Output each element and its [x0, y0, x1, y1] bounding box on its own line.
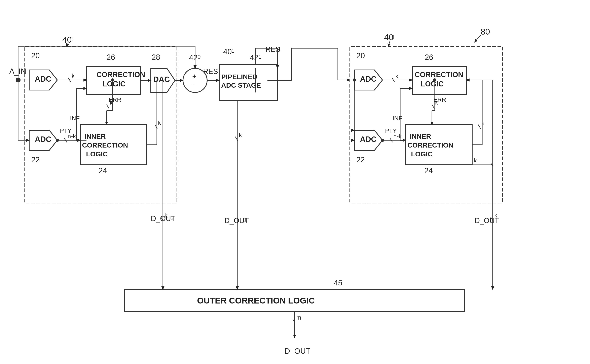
label-40-0-sub: 0 — [70, 36, 74, 43]
diagram-svg: 40 0 ADC 20 ADC 22 CORRECTION LOGIC 26 I… — [0, 0, 590, 364]
label-28: 28 — [152, 53, 160, 61]
svg-text:+: + — [192, 72, 197, 80]
label-k-right-top: k — [395, 72, 399, 79]
inner-correction-left-line2: CORRECTION — [82, 141, 128, 149]
correction-logic-left-line2: LOGIC — [103, 80, 125, 88]
label-k-1: k — [72, 72, 75, 79]
adc-top-right: ADC — [360, 75, 376, 83]
svg-text:k: k — [435, 99, 438, 106]
label-24-right: 24 — [424, 166, 433, 175]
correction-logic-right-line1: CORRECTION — [415, 71, 463, 79]
label-res-0-sub: 0 — [216, 68, 218, 74]
label-pty-left: PTY — [60, 127, 72, 134]
label-42-1: 42 — [250, 53, 258, 62]
correction-logic-right-line2: LOGIC — [421, 80, 444, 88]
label-inf-right: INF — [393, 115, 402, 121]
label-42-0: 42 — [189, 53, 197, 62]
label-a-in: A_IN — [9, 67, 26, 76]
label-26-left: 26 — [107, 53, 115, 61]
label-22-right: 22 — [356, 156, 365, 164]
label-40-1: 40 — [223, 47, 232, 56]
inner-correction-left-line3: LOGIC — [86, 150, 108, 158]
label-22-left: 22 — [31, 156, 40, 164]
label-pty-right: PTY — [385, 127, 397, 134]
label-40-1-sub: 1 — [231, 48, 235, 54]
label-m: m — [296, 314, 301, 321]
adc-bottom-left: ADC — [35, 135, 51, 143]
svg-text:-: - — [192, 80, 195, 88]
inner-correction-right-line1: INNER — [410, 132, 431, 140]
label-80: 80 — [481, 27, 490, 36]
label-d-out-1-sub: 1 — [244, 217, 247, 223]
inner-correction-right-line3: LOGIC — [411, 150, 433, 158]
inner-correction-right-line2: CORRECTION — [407, 141, 453, 149]
svg-point-84 — [381, 139, 384, 142]
svg-text:k: k — [481, 120, 485, 126]
inner-correction-left-line1: INNER — [85, 132, 106, 140]
svg-text:k: k — [158, 120, 161, 126]
label-45: 45 — [334, 279, 342, 287]
svg-text:k: k — [110, 99, 113, 106]
svg-text:k: k — [474, 157, 477, 164]
label-20-right: 20 — [356, 52, 365, 60]
label-40-f: 40 — [384, 32, 393, 42]
label-40-f-sub: f — [393, 34, 394, 40]
svg-text:k: k — [239, 132, 242, 138]
label-24-left: 24 — [98, 166, 107, 175]
label-42-0-sub: 0 — [197, 54, 201, 60]
adc-top-left: ADC — [35, 75, 51, 83]
label-d-out-final: D_OUT — [285, 347, 310, 355]
svg-point-55 — [56, 139, 59, 142]
adc-bottom-right: ADC — [360, 135, 376, 143]
label-d-out-f-sub: f — [494, 217, 496, 223]
pipelined-adc-line1: PIPELINED — [221, 73, 257, 81]
label-res-1-sub: 1 — [278, 46, 281, 52]
outer-correction-logic: OUTER CORRECTION LOGIC — [197, 296, 315, 305]
label-42-1-sub: 1 — [258, 54, 262, 60]
label-inf-left: INF — [70, 115, 80, 121]
label-20-left: 20 — [31, 52, 40, 60]
label-d-out-0-sub: 0 — [170, 215, 173, 221]
dac: DAC — [153, 75, 170, 84]
correction-logic-left-line1: CORRECTION — [97, 71, 145, 79]
pipelined-adc-line2: ADC STAGE — [221, 81, 261, 89]
svg-point-101 — [16, 78, 20, 82]
label-26-right: 26 — [425, 53, 433, 61]
